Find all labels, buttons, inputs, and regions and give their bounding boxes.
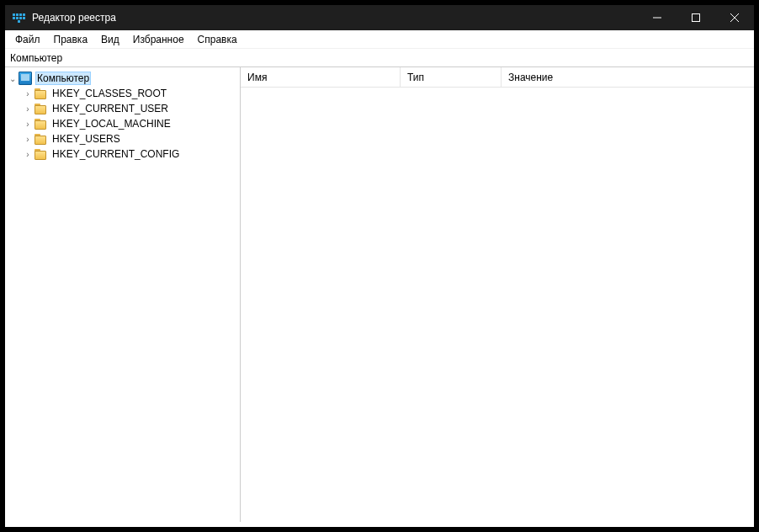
chevron-down-icon[interactable]: ⌄ <box>7 74 19 83</box>
tree-label: HKEY_CURRENT_USER <box>50 103 170 114</box>
computer-icon <box>19 72 32 85</box>
tree-label: HKEY_LOCAL_MACHINE <box>50 118 172 130</box>
tree-hive-current-user[interactable]: › HKEY_CURRENT_USER <box>22 101 238 116</box>
addressbar[interactable]: Компьютер <box>5 49 754 67</box>
chevron-right-icon[interactable]: › <box>22 89 34 98</box>
minimize-button[interactable] <box>638 5 677 30</box>
registry-editor-window: Редактор реестра Файл Правка Вид Избранн… <box>5 5 754 527</box>
tree-root-children: › HKEY_CLASSES_ROOT › HKEY_CURRENT_USER … <box>7 86 238 162</box>
titlebar[interactable]: Редактор реестра <box>5 5 754 30</box>
list-pane: Имя Тип Значение <box>241 67 754 522</box>
content-area: ⌄ Компьютер › HKEY_CLASSES_ROOT › HKEY_C… <box>5 67 754 522</box>
window-title: Редактор реестра <box>32 12 116 24</box>
list-body[interactable] <box>241 88 754 522</box>
maximize-button[interactable] <box>677 5 715 30</box>
chevron-right-icon[interactable]: › <box>22 135 34 144</box>
folder-icon <box>34 102 47 115</box>
menubar: Файл Правка Вид Избранное Справка <box>5 30 754 49</box>
svg-rect-1 <box>693 14 700 22</box>
menu-view[interactable]: Вид <box>94 32 126 47</box>
chevron-right-icon[interactable]: › <box>22 104 34 114</box>
tree-root-computer[interactable]: ⌄ Компьютер <box>7 71 238 86</box>
menu-file[interactable]: Файл <box>8 32 47 47</box>
chevron-right-icon[interactable]: › <box>22 150 34 159</box>
menu-favorites[interactable]: Избранное <box>126 32 191 47</box>
chevron-right-icon[interactable]: › <box>22 120 34 129</box>
column-header-value[interactable]: Значение <box>502 67 754 87</box>
tree-hive-current-config[interactable]: › HKEY_CURRENT_CONFIG <box>22 146 238 162</box>
column-header-type[interactable]: Тип <box>401 67 502 87</box>
tree-label: HKEY_CURRENT_CONFIG <box>50 148 181 160</box>
statusbar <box>5 522 754 527</box>
folder-icon <box>34 87 47 100</box>
tree-hive-users[interactable]: › HKEY_USERS <box>22 131 238 146</box>
address-path: Компьютер <box>10 52 62 64</box>
folder-icon <box>34 147 47 161</box>
menu-edit[interactable]: Правка <box>47 32 95 47</box>
menu-help[interactable]: Справка <box>191 32 244 47</box>
column-header-name[interactable]: Имя <box>241 67 401 87</box>
close-button[interactable] <box>715 5 754 30</box>
list-header: Имя Тип Значение <box>241 67 754 88</box>
tree-label: HKEY_CLASSES_ROOT <box>50 88 168 99</box>
registry-app-icon <box>12 11 25 24</box>
folder-icon <box>34 117 47 130</box>
tree-hive-local-machine[interactable]: › HKEY_LOCAL_MACHINE <box>22 116 238 131</box>
tree-pane[interactable]: ⌄ Компьютер › HKEY_CLASSES_ROOT › HKEY_C… <box>5 67 241 522</box>
tree-label: Компьютер <box>35 72 91 85</box>
tree-label: HKEY_USERS <box>50 133 122 145</box>
tree-hive-classes-root[interactable]: › HKEY_CLASSES_ROOT <box>22 86 238 101</box>
folder-icon <box>34 132 47 146</box>
